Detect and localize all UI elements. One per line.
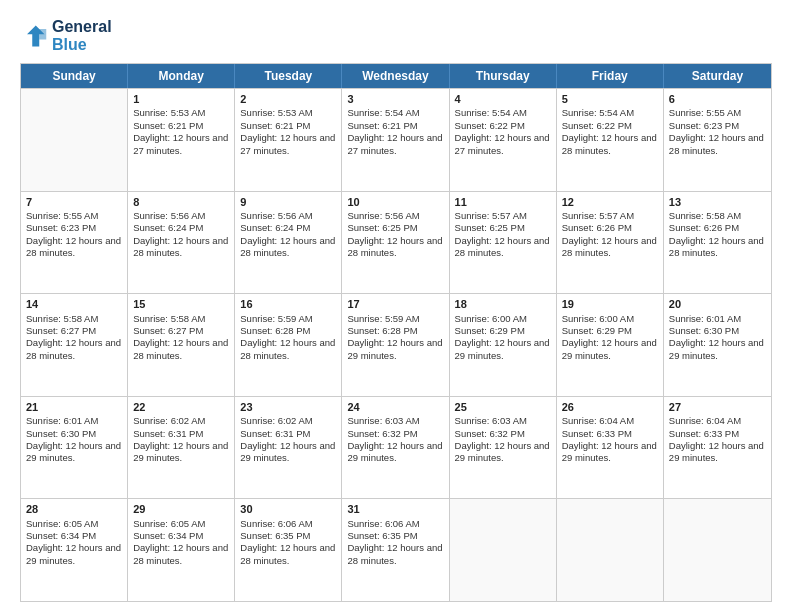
sunrise-text: Sunrise: 5:57 AM (455, 210, 551, 222)
sunrise-text: Sunrise: 5:54 AM (347, 107, 443, 119)
sunset-text: Sunset: 6:28 PM (240, 325, 336, 337)
day-number: 25 (455, 400, 551, 414)
day-number: 10 (347, 195, 443, 209)
sunset-text: Sunset: 6:29 PM (455, 325, 551, 337)
sunrise-text: Sunrise: 5:59 AM (347, 313, 443, 325)
sunset-text: Sunset: 6:32 PM (455, 428, 551, 440)
sunrise-text: Sunrise: 6:05 AM (133, 518, 229, 530)
daylight-text: Daylight: 12 hours and 29 minutes. (455, 440, 551, 465)
calendar-row-2: 7Sunrise: 5:55 AMSunset: 6:23 PMDaylight… (21, 191, 771, 294)
sunset-text: Sunset: 6:27 PM (26, 325, 122, 337)
calendar-cell: 19Sunrise: 6:00 AMSunset: 6:29 PMDayligh… (557, 294, 664, 396)
sunrise-text: Sunrise: 6:05 AM (26, 518, 122, 530)
calendar-cell (664, 499, 771, 601)
calendar-cell: 24Sunrise: 6:03 AMSunset: 6:32 PMDayligh… (342, 397, 449, 499)
daylight-text: Daylight: 12 hours and 28 minutes. (669, 235, 766, 260)
logo-icon (20, 22, 48, 50)
sunrise-text: Sunrise: 5:55 AM (26, 210, 122, 222)
calendar-row-1: 1Sunrise: 5:53 AMSunset: 6:21 PMDaylight… (21, 88, 771, 191)
calendar-cell: 31Sunrise: 6:06 AMSunset: 6:35 PMDayligh… (342, 499, 449, 601)
day-number: 17 (347, 297, 443, 311)
calendar-cell: 28Sunrise: 6:05 AMSunset: 6:34 PMDayligh… (21, 499, 128, 601)
day-number: 27 (669, 400, 766, 414)
sunrise-text: Sunrise: 5:56 AM (133, 210, 229, 222)
sunset-text: Sunset: 6:35 PM (240, 530, 336, 542)
sunset-text: Sunset: 6:29 PM (562, 325, 658, 337)
daylight-text: Daylight: 12 hours and 28 minutes. (562, 132, 658, 157)
sunrise-text: Sunrise: 6:03 AM (347, 415, 443, 427)
daylight-text: Daylight: 12 hours and 27 minutes. (347, 132, 443, 157)
day-number: 19 (562, 297, 658, 311)
sunrise-text: Sunrise: 6:06 AM (347, 518, 443, 530)
svg-marker-1 (39, 29, 46, 40)
daylight-text: Daylight: 12 hours and 29 minutes. (347, 440, 443, 465)
sunrise-text: Sunrise: 6:04 AM (669, 415, 766, 427)
day-number: 7 (26, 195, 122, 209)
day-number: 3 (347, 92, 443, 106)
weekday-header-wednesday: Wednesday (342, 64, 449, 88)
calendar-cell: 29Sunrise: 6:05 AMSunset: 6:34 PMDayligh… (128, 499, 235, 601)
day-number: 1 (133, 92, 229, 106)
sunrise-text: Sunrise: 6:00 AM (562, 313, 658, 325)
daylight-text: Daylight: 12 hours and 29 minutes. (669, 337, 766, 362)
calendar-cell (557, 499, 664, 601)
daylight-text: Daylight: 12 hours and 27 minutes. (240, 132, 336, 157)
sunrise-text: Sunrise: 5:58 AM (669, 210, 766, 222)
logo: General Blue (20, 18, 112, 53)
calendar-cell: 5Sunrise: 5:54 AMSunset: 6:22 PMDaylight… (557, 89, 664, 191)
calendar-cell: 21Sunrise: 6:01 AMSunset: 6:30 PMDayligh… (21, 397, 128, 499)
sunrise-text: Sunrise: 5:56 AM (347, 210, 443, 222)
calendar-row-3: 14Sunrise: 5:58 AMSunset: 6:27 PMDayligh… (21, 293, 771, 396)
day-number: 5 (562, 92, 658, 106)
daylight-text: Daylight: 12 hours and 28 minutes. (240, 235, 336, 260)
sunrise-text: Sunrise: 6:01 AM (669, 313, 766, 325)
sunset-text: Sunset: 6:24 PM (240, 222, 336, 234)
daylight-text: Daylight: 12 hours and 29 minutes. (562, 440, 658, 465)
calendar-cell: 1Sunrise: 5:53 AMSunset: 6:21 PMDaylight… (128, 89, 235, 191)
sunset-text: Sunset: 6:31 PM (240, 428, 336, 440)
calendar-row-5: 28Sunrise: 6:05 AMSunset: 6:34 PMDayligh… (21, 498, 771, 601)
daylight-text: Daylight: 12 hours and 27 minutes. (455, 132, 551, 157)
sunset-text: Sunset: 6:35 PM (347, 530, 443, 542)
calendar-cell (450, 499, 557, 601)
sunset-text: Sunset: 6:23 PM (669, 120, 766, 132)
calendar-cell: 8Sunrise: 5:56 AMSunset: 6:24 PMDaylight… (128, 192, 235, 294)
day-number: 23 (240, 400, 336, 414)
sunset-text: Sunset: 6:26 PM (562, 222, 658, 234)
sunrise-text: Sunrise: 5:57 AM (562, 210, 658, 222)
sunset-text: Sunset: 6:21 PM (240, 120, 336, 132)
calendar-cell: 30Sunrise: 6:06 AMSunset: 6:35 PMDayligh… (235, 499, 342, 601)
sunrise-text: Sunrise: 6:00 AM (455, 313, 551, 325)
calendar-cell: 23Sunrise: 6:02 AMSunset: 6:31 PMDayligh… (235, 397, 342, 499)
sunset-text: Sunset: 6:30 PM (26, 428, 122, 440)
sunset-text: Sunset: 6:28 PM (347, 325, 443, 337)
calendar: SundayMondayTuesdayWednesdayThursdayFrid… (20, 63, 772, 602)
sunrise-text: Sunrise: 6:03 AM (455, 415, 551, 427)
daylight-text: Daylight: 12 hours and 28 minutes. (455, 235, 551, 260)
daylight-text: Daylight: 12 hours and 28 minutes. (240, 542, 336, 567)
calendar-cell: 11Sunrise: 5:57 AMSunset: 6:25 PMDayligh… (450, 192, 557, 294)
sunrise-text: Sunrise: 5:59 AM (240, 313, 336, 325)
daylight-text: Daylight: 12 hours and 28 minutes. (347, 235, 443, 260)
daylight-text: Daylight: 12 hours and 29 minutes. (26, 542, 122, 567)
sunrise-text: Sunrise: 6:02 AM (240, 415, 336, 427)
day-number: 8 (133, 195, 229, 209)
daylight-text: Daylight: 12 hours and 29 minutes. (455, 337, 551, 362)
day-number: 2 (240, 92, 336, 106)
weekday-header-friday: Friday (557, 64, 664, 88)
calendar-cell (21, 89, 128, 191)
daylight-text: Daylight: 12 hours and 29 minutes. (347, 337, 443, 362)
sunrise-text: Sunrise: 6:02 AM (133, 415, 229, 427)
daylight-text: Daylight: 12 hours and 28 minutes. (133, 542, 229, 567)
day-number: 31 (347, 502, 443, 516)
daylight-text: Daylight: 12 hours and 27 minutes. (133, 132, 229, 157)
sunrise-text: Sunrise: 5:54 AM (562, 107, 658, 119)
calendar-cell: 3Sunrise: 5:54 AMSunset: 6:21 PMDaylight… (342, 89, 449, 191)
day-number: 12 (562, 195, 658, 209)
sunset-text: Sunset: 6:33 PM (669, 428, 766, 440)
calendar-cell: 10Sunrise: 5:56 AMSunset: 6:25 PMDayligh… (342, 192, 449, 294)
calendar-cell: 2Sunrise: 5:53 AMSunset: 6:21 PMDaylight… (235, 89, 342, 191)
page: General Blue SundayMondayTuesdayWednesda… (0, 0, 792, 612)
daylight-text: Daylight: 12 hours and 29 minutes. (133, 440, 229, 465)
weekday-header-thursday: Thursday (450, 64, 557, 88)
